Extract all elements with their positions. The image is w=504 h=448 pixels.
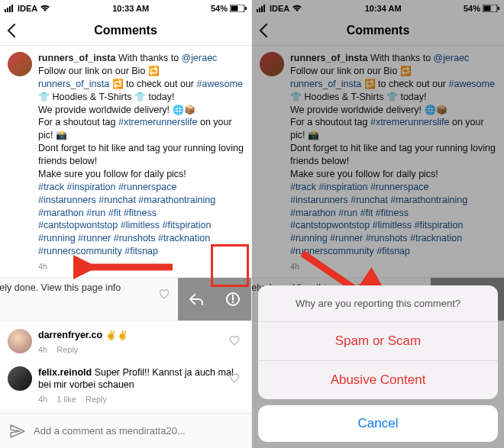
svg-rect-3 (11, 5, 13, 12)
comment-username[interactable]: darrenfryer.co (38, 330, 102, 340)
battery-icon (483, 5, 499, 12)
mention-link[interactable]: runners_of_insta (38, 79, 112, 89)
reply-link[interactable]: Reply (57, 344, 78, 355)
heart-icon[interactable] (158, 288, 170, 299)
svg-rect-12 (259, 8, 260, 12)
clock-label: 10:33 AM (112, 4, 149, 13)
status-bar: IDEA 10:34 AM 54% (252, 0, 504, 15)
nav-bar: Comments (252, 15, 504, 46)
caption-username[interactable]: runners_of_insta (38, 53, 115, 63)
avatar[interactable] (8, 329, 32, 353)
comment-composer[interactable] (0, 413, 251, 448)
hashtag-link[interactable]: #cantstopwontstop #limitless #fitspirati… (290, 220, 464, 230)
caption-block: runners_of_insta With thanks to @jeraec … (0, 46, 251, 277)
mention-link[interactable]: runners_of_insta (290, 79, 364, 89)
avatar[interactable] (8, 52, 32, 76)
caption-text: runners_of_insta With thanks to @jeraec … (290, 52, 496, 272)
hashtag-link[interactable]: #instarunners #runchat #marathontraining (290, 195, 467, 205)
carrier-label: IDEA (270, 4, 289, 13)
heart-icon[interactable] (228, 372, 241, 383)
svg-rect-0 (5, 9, 6, 12)
svg-rect-2 (9, 6, 11, 12)
comment-row[interactable]: felix.reinold Super Profil!! Kannst ja a… (0, 359, 251, 408)
hashtag-link[interactable]: #running #runner #runshots #tracknation (290, 233, 462, 243)
swipe-reply-button[interactable] (178, 278, 215, 321)
svg-rect-5 (231, 6, 237, 11)
comment-row[interactable]: darrenfryer.co ✌️✌️ 4hReply (0, 321, 251, 359)
signal-icon (5, 5, 15, 12)
svg-rect-14 (263, 5, 265, 12)
action-sheet: Why are you reporting this comment? Spam… (258, 285, 498, 442)
reply-link[interactable]: Reply (86, 394, 107, 404)
svg-rect-13 (261, 6, 263, 12)
hashtag-link[interactable]: #marathon #run #fit #fitness (290, 208, 409, 218)
sheet-title: Why are you reporting this comment? (258, 285, 498, 322)
page-title: Comments (347, 24, 410, 37)
back-icon[interactable] (258, 23, 269, 38)
sheet-option-abusive[interactable]: Abusive Content (258, 361, 498, 399)
svg-rect-6 (245, 7, 247, 10)
clock-label: 10:34 AM (365, 4, 402, 13)
sheet-cancel-button[interactable]: Cancel (258, 405, 498, 442)
hashtag-link[interactable]: #awesome (448, 79, 494, 89)
svg-rect-16 (483, 6, 490, 11)
hashtag-link[interactable]: #instarunners #runchat #marathontraining (38, 195, 215, 205)
page-title: Comments (94, 24, 157, 37)
caption-username[interactable]: runners_of_insta (290, 53, 367, 63)
avatar[interactable] (260, 52, 284, 76)
send-icon[interactable] (9, 424, 26, 439)
svg-point-9 (232, 301, 234, 304)
comment-input[interactable] (34, 425, 242, 437)
battery-percent: 54% (464, 4, 480, 13)
caption-text: runners_of_insta With thanks to @jeraec … (38, 52, 244, 272)
mention-link[interactable]: @jeraec (434, 53, 470, 63)
svg-rect-1 (7, 8, 8, 12)
hashtag-link[interactable]: #cantstopwontstop #limitless #fitspirati… (38, 220, 212, 230)
nav-bar: Comments (0, 15, 251, 46)
heart-icon[interactable] (228, 335, 241, 346)
phone-left: IDEA 10:33 AM 54% Comments runners_of_in… (0, 0, 252, 448)
hashtag-link[interactable]: #marathon #run #fit #fitness (38, 208, 157, 218)
phone-right: IDEA 10:34 AM 54% Comments runners_of_in… (252, 0, 504, 448)
hashtag-link[interactable]: #running #runner #runshots #tracknation (38, 233, 210, 243)
hashtag-link[interactable]: #xtremerunnerslife (118, 117, 198, 127)
hashtag-link[interactable]: #track #inspiration #runnerspace (38, 182, 176, 192)
annotation-arrow (73, 253, 180, 281)
back-icon[interactable] (6, 23, 17, 38)
sheet-option-spam[interactable]: Spam or Scam (258, 322, 498, 361)
hashtag-link[interactable]: #xtremerunnerslife (370, 117, 450, 127)
avatar[interactable] (8, 366, 32, 391)
carrier-label: IDEA (18, 4, 37, 13)
mention-link[interactable]: @jeraec (182, 53, 218, 63)
signal-icon (257, 5, 267, 12)
svg-rect-17 (498, 7, 499, 10)
caption-block: runners_of_insta With thanks to @jeraec … (252, 46, 504, 277)
wifi-icon (292, 5, 302, 12)
battery-icon (230, 5, 247, 12)
status-bar: IDEA 10:33 AM 54% (0, 0, 251, 15)
annotation-highlight (211, 244, 249, 287)
svg-rect-11 (257, 9, 258, 12)
hashtag-link[interactable]: #track #inspiration #runnerspace (290, 182, 428, 192)
battery-percent: 54% (211, 4, 228, 13)
hashtag-link[interactable]: #awesome (196, 79, 242, 89)
wifi-icon (40, 5, 50, 12)
comment-username[interactable]: felix.reinold (38, 367, 92, 378)
